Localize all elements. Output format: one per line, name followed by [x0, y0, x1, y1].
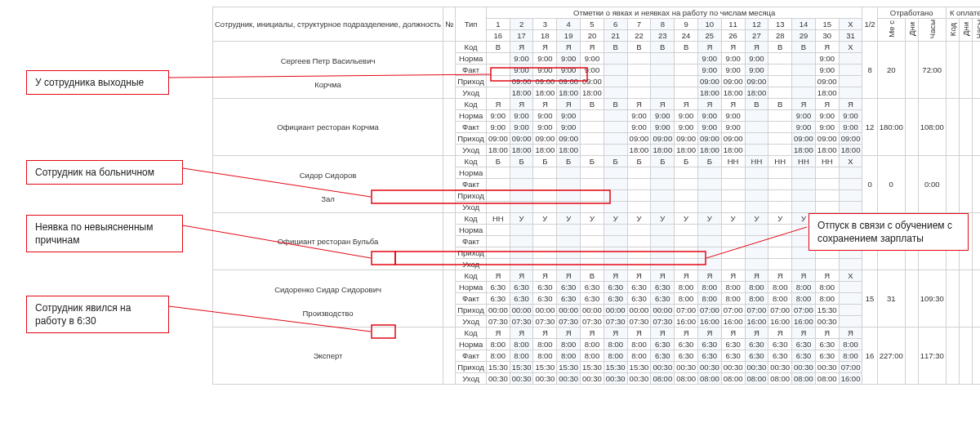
annotation-at630: Сотрудник явился на работу в 6:30 [26, 296, 169, 333]
rowtype-Приход: Приход [456, 247, 487, 259]
rowtype-Приход: Приход [456, 133, 487, 145]
header-type: Тип [456, 7, 487, 42]
half-value: 0 [862, 156, 877, 213]
employee-name: Сергеев Петр ВасильевичКорчма [213, 42, 443, 99]
header-num: № [443, 7, 456, 42]
rowtype-Код: Код [456, 42, 487, 53]
rowtype-Факт: Факт [456, 236, 487, 247]
header-worked: Отработано [877, 7, 946, 19]
worked-me: 0 [877, 156, 905, 213]
timesheet-table: Сотрудник, инициалы, структурное подразд… [212, 7, 980, 385]
worked-me: 227:00 [877, 327, 905, 385]
rowtype-Факт: Факт [456, 65, 487, 76]
rowtype-Код: Код [456, 213, 487, 225]
half-value: 16 [862, 327, 877, 385]
employee-name: Официант ресторан Бульба [213, 213, 443, 270]
employee-num [443, 156, 456, 213]
header-attendance: Отметки о явках и неявках на работу по ч… [486, 7, 862, 19]
employee-name: Официант ресторан Корчма [213, 99, 443, 156]
rowtype-Норма: Норма [456, 110, 487, 122]
rowtype-Норма: Норма [456, 225, 487, 236]
employee-num [443, 99, 456, 156]
worked-hours: 108:00 [918, 99, 946, 156]
rowtype-Уход: Уход [456, 373, 487, 385]
rowtype-Факт: Факт [456, 293, 487, 305]
rowtype-Приход: Приход [456, 305, 487, 316]
rowtype-Уход: Уход [456, 87, 487, 99]
rowtype-Норма: Норма [456, 167, 487, 179]
rowtype-Уход: Уход [456, 259, 487, 270]
half-value: 12 [862, 99, 877, 156]
annotation-unexplained: Неявка по невыясненным причинам [26, 215, 183, 252]
rowtype-Код: Код [456, 270, 487, 282]
worked-hours: 72:00 [918, 42, 946, 99]
annotation-weekend: У сотрудника выходные [26, 70, 169, 95]
rowtype-Код: Код [456, 327, 487, 339]
rowtype-Код: Код [456, 156, 487, 167]
worked-hours: 109:30 [918, 270, 946, 327]
header-half: 1/2 [862, 7, 877, 42]
employee-name: Сидоренко Сидар СидоровичПроизводство [213, 270, 443, 327]
annotation-study-leave: Отпуск в связи с обучением с сохранением… [808, 213, 969, 251]
rowtype-Приход: Приход [456, 76, 487, 87]
rowtype-Норма: Норма [456, 282, 487, 293]
rowtype-Код: Код [456, 99, 487, 110]
rowtype-Приход: Приход [456, 362, 487, 373]
rowtype-Приход: Приход [456, 190, 487, 202]
rowtype-Уход: Уход [456, 202, 487, 213]
worked-me: 20 [877, 42, 905, 99]
rowtype-Факт: Факт [456, 122, 487, 133]
employee-name: Сидор СидоровЗал [213, 156, 443, 213]
rowtype-Уход: Уход [456, 145, 487, 156]
rowtype-Уход: Уход [456, 316, 487, 327]
employee-num [443, 213, 456, 270]
half-value: 8 [862, 42, 877, 99]
employee-num [443, 270, 456, 327]
header-payable: К оплате [946, 7, 980, 19]
employee-name: Эксперт [213, 327, 443, 385]
header-worked-me: Ме с [877, 19, 905, 42]
rowtype-Норма: Норма [456, 339, 487, 350]
half-value: 15 [862, 270, 877, 327]
worked-me: 31 [877, 270, 905, 327]
annotation-sick: Сотрудник на больничном [26, 160, 183, 185]
rowtype-Факт: Факт [456, 179, 487, 190]
worked-hours: 0:00 [918, 156, 946, 213]
employee-num [443, 327, 456, 385]
worked-hours: 117:30 [918, 327, 946, 385]
employee-num [443, 42, 456, 99]
header-employee: Сотрудник, инициалы, структурное подразд… [213, 7, 443, 42]
rowtype-Норма: Норма [456, 53, 487, 65]
worked-me: 180:00 [877, 99, 905, 156]
rowtype-Факт: Факт [456, 350, 487, 362]
